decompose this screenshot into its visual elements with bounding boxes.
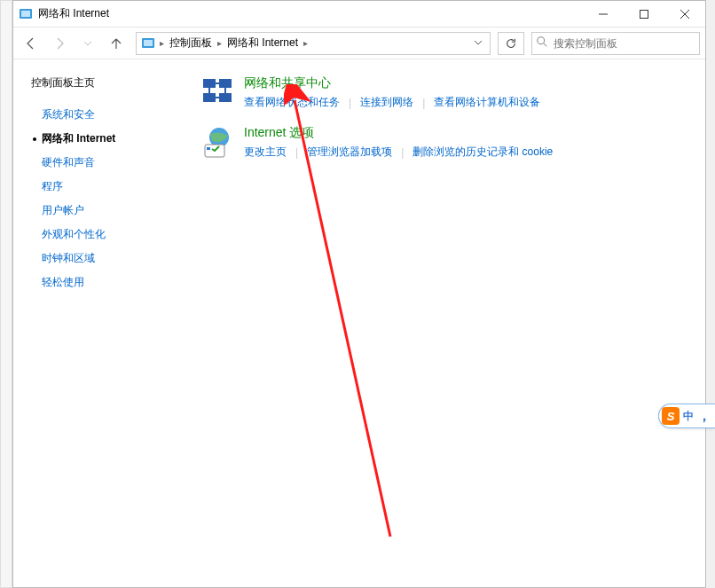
search-icon <box>536 35 548 51</box>
address-bar[interactable]: ▸ 控制面板 ▸ 网络和 Internet ▸ <box>136 32 491 55</box>
link-separator: | <box>340 97 360 109</box>
view-network-status-link[interactable]: 查看网络状态和任务 <box>244 95 340 110</box>
minimize-button[interactable] <box>583 1 624 27</box>
ime-indicator[interactable]: S 中 ， <box>658 404 715 428</box>
sidebar-item-label: 轻松使用 <box>42 275 84 290</box>
link-separator: | <box>287 146 307 159</box>
svg-rect-1 <box>21 11 30 17</box>
sidebar-item-label: 时钟和区域 <box>42 251 95 266</box>
control-panel-window: 网络和 Internet ▸ 控制面板 <box>12 0 706 588</box>
search-box[interactable] <box>531 32 700 55</box>
sidebar-item-label: 用户帐户 <box>42 203 84 218</box>
sidebar-item-label: 外观和个性化 <box>42 227 106 242</box>
change-homepage-link[interactable]: 更改主页 <box>244 145 287 160</box>
refresh-button[interactable] <box>498 32 524 55</box>
connect-to-network-link[interactable]: 连接到网络 <box>360 95 413 110</box>
close-button[interactable] <box>664 1 705 27</box>
link-separator: | <box>413 97 434 109</box>
ime-mode-label: 中 <box>683 409 694 424</box>
background-edge-left <box>0 0 12 588</box>
main-panel: 网络和共享中心 查看网络状态和任务 | 连接到网络 | 查看网络计算机和设备 <box>191 59 705 587</box>
up-button[interactable] <box>104 31 129 56</box>
sidebar-item-user-accounts[interactable]: 用户帐户 <box>31 199 184 223</box>
section-network-sharing: 网络和共享中心 查看网络状态和任务 | 连接到网络 | 查看网络计算机和设备 <box>200 75 696 111</box>
svg-rect-10 <box>203 79 216 88</box>
manage-addons-link[interactable]: 管理浏览器加载项 <box>307 145 392 160</box>
view-network-computers-link[interactable]: 查看网络计算机和设备 <box>434 95 540 110</box>
network-sharing-center-link[interactable]: 网络和共享中心 <box>244 75 696 91</box>
control-panel-home-link[interactable]: 控制面板主页 <box>31 75 184 90</box>
address-dropdown[interactable] <box>468 37 488 50</box>
back-button[interactable] <box>19 31 43 56</box>
breadcrumb-item[interactable]: 网络和 Internet <box>224 33 302 54</box>
app-icon <box>19 7 33 21</box>
svg-line-9 <box>544 43 547 47</box>
sidebar-item-label: 程序 <box>42 179 63 194</box>
section-internet-options: Internet 选项 更改主页 | 管理浏览器加载项 | 删除浏览的历史记录和… <box>200 125 696 161</box>
delete-history-cookies-link[interactable]: 删除浏览的历史记录和 cookie <box>412 145 553 160</box>
network-sharing-icon <box>200 75 235 111</box>
svg-rect-12 <box>203 93 216 102</box>
section-links: 查看网络状态和任务 | 连接到网络 | 查看网络计算机和设备 <box>244 95 696 110</box>
svg-rect-3 <box>640 10 648 18</box>
navbar: ▸ 控制面板 ▸ 网络和 Internet ▸ <box>13 27 705 59</box>
content-area: 控制面板主页 系统和安全 网络和 Internet 硬件和声音 程序 用户帐户 … <box>13 59 705 587</box>
sidebar-item-label: 系统和安全 <box>42 107 95 122</box>
sidebar-item-label: 网络和 Internet <box>42 131 115 146</box>
link-separator: | <box>392 146 412 159</box>
sidebar-item-label: 硬件和声音 <box>42 155 95 170</box>
window-title: 网络和 Internet <box>38 6 109 21</box>
titlebar: 网络和 Internet <box>13 1 705 27</box>
section-links: 更改主页 | 管理浏览器加载项 | 删除浏览的历史记录和 cookie <box>244 145 696 160</box>
internet-options-link[interactable]: Internet 选项 <box>244 125 696 141</box>
sidebar-item-ease-of-access[interactable]: 轻松使用 <box>31 270 184 294</box>
svg-point-8 <box>538 37 545 44</box>
internet-options-icon <box>200 125 235 161</box>
svg-rect-7 <box>144 40 153 46</box>
sidebar-item-system-security[interactable]: 系统和安全 <box>31 103 184 127</box>
breadcrumb-item[interactable]: 控制面板 <box>166 33 216 54</box>
sidebar-item-appearance[interactable]: 外观和个性化 <box>31 223 184 247</box>
recent-locations-dropdown[interactable] <box>75 31 100 56</box>
chevron-right-icon[interactable]: ▸ <box>158 38 166 48</box>
svg-rect-13 <box>219 93 232 102</box>
chevron-right-icon[interactable]: ▸ <box>302 38 310 48</box>
maximize-button[interactable] <box>624 1 664 27</box>
svg-rect-20 <box>207 147 210 150</box>
ime-punct-label: ， <box>697 407 711 426</box>
forward-button[interactable] <box>47 31 72 56</box>
sidebar-item-network-internet[interactable]: 网络和 Internet <box>31 127 184 151</box>
sogou-logo-icon: S <box>662 407 680 425</box>
svg-rect-11 <box>219 79 232 88</box>
address-icon <box>138 34 158 53</box>
chevron-right-icon[interactable]: ▸ <box>216 38 224 48</box>
sidebar-item-hardware-sound[interactable]: 硬件和声音 <box>31 151 184 175</box>
sidebar-item-clock-region[interactable]: 时钟和区域 <box>31 247 184 270</box>
search-input[interactable] <box>554 37 695 50</box>
sidebar: 控制面板主页 系统和安全 网络和 Internet 硬件和声音 程序 用户帐户 … <box>13 59 191 587</box>
sidebar-item-programs[interactable]: 程序 <box>31 175 184 199</box>
